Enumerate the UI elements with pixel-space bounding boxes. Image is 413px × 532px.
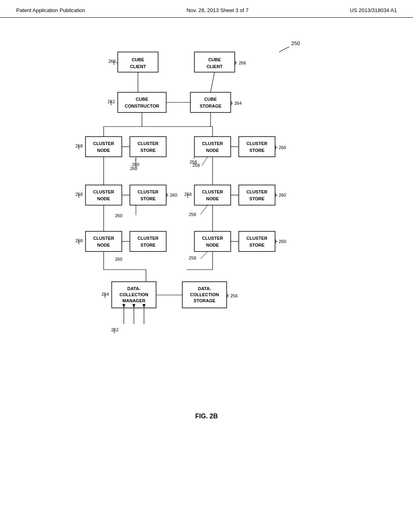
- cube-storage-label2: STORAGE: [200, 104, 221, 108]
- ref-260-3: 260: [170, 193, 177, 197]
- cluster-node-3-label: CLUSTER: [93, 189, 114, 194]
- cluster-node-2-label: CLUSTER: [202, 141, 223, 146]
- ref-264: 264: [234, 101, 242, 106]
- cluster-node-6-box: [194, 231, 231, 251]
- cluster-node-4-box: [194, 185, 231, 205]
- fig-label: FIG. 2B: [195, 413, 218, 420]
- ref-266-2: 266: [239, 60, 246, 65]
- ref-260-r3: 260: [130, 166, 137, 171]
- ref-256: 256: [230, 293, 238, 298]
- ref-258-r3-note: 258: [192, 163, 200, 168]
- ref-260-r5-note: 260: [115, 257, 122, 262]
- cube-storage-label: CUBE: [204, 97, 217, 102]
- cluster-store-3-label2: STORE: [140, 196, 156, 201]
- cluster-node-6-label2: NODE: [206, 243, 219, 247]
- cube-client-right-label2: CLIENT: [206, 64, 223, 69]
- cluster-store-4-label: CLUSTER: [246, 189, 267, 194]
- cluster-node-3-box: [86, 185, 122, 205]
- cluster-node-1-box: [86, 137, 122, 157]
- cluster-store-4-box: [239, 185, 275, 205]
- cube-storage-box: [190, 92, 231, 112]
- cube-constructor-label2: CONSTRUCTOR: [125, 104, 159, 108]
- cluster-node-1-label: CLUSTER: [93, 141, 114, 146]
- cluster-node-5-label: CLUSTER: [93, 236, 114, 241]
- cluster-store-6-box: [239, 231, 275, 251]
- cluster-store-1-label2: STORE: [140, 148, 156, 153]
- cube-client-left-label2: CLIENT: [130, 64, 146, 69]
- cluster-store-1-label: CLUSTER: [138, 141, 159, 146]
- cube-client-right-label: CUBE: [208, 57, 221, 62]
- ref-260-r4-note: 260: [115, 213, 122, 218]
- cluster-node-4-label: CLUSTER: [202, 189, 223, 194]
- dc-manager-label3: MANAGER: [123, 298, 146, 303]
- ref-260-2: 260: [279, 145, 286, 150]
- cluster-store-5-label2: STORE: [140, 243, 156, 247]
- line-cc2-storage: [211, 72, 215, 92]
- header-right: US 2013/318034 A1: [350, 7, 397, 13]
- ref-258-r4-note: 258: [189, 212, 196, 217]
- header-center: Nov. 28, 2013 Sheet 3 of 7: [187, 7, 249, 13]
- cube-client-right-box: [194, 52, 235, 72]
- ref-266-1: 266: [108, 59, 116, 64]
- cluster-node-3-label2: NODE: [97, 196, 110, 201]
- cluster-store-1-box: [130, 137, 166, 157]
- cube-client-left-box: [118, 52, 158, 72]
- page-header: Patent Application Publication Nov. 28, …: [0, 0, 413, 18]
- dc-storage-label1: DATA-: [198, 286, 211, 291]
- dc-manager-label1: DATA-: [127, 286, 141, 291]
- cluster-store-5-box: [130, 231, 166, 251]
- cluster-store-3-box: [130, 185, 166, 205]
- ref-250: 250: [291, 40, 300, 46]
- dc-storage-label2: COLLECTION: [190, 292, 219, 297]
- cluster-node-6-label: CLUSTER: [202, 236, 223, 241]
- cluster-store-2-label: CLUSTER: [246, 141, 267, 146]
- cluster-store-6-label: CLUSTER: [246, 236, 267, 241]
- ref-260-4: 260: [279, 193, 286, 197]
- cluster-node-5-box: [86, 231, 122, 251]
- cluster-node-5-label2: NODE: [97, 243, 110, 247]
- header-left: Patent Application Publication: [16, 7, 85, 13]
- dc-storage-label3: STORAGE: [194, 298, 215, 303]
- cluster-node-2-label2: NODE: [206, 148, 219, 153]
- cluster-node-1-label2: NODE: [97, 148, 110, 153]
- cluster-node-4-label2: NODE: [206, 196, 219, 201]
- cluster-store-3-label: CLUSTER: [138, 189, 159, 194]
- ref-258-r5-note: 258: [189, 256, 196, 260]
- cube-client-left-label: CUBE: [131, 57, 144, 62]
- ref-260-6: 260: [279, 239, 286, 244]
- cluster-store-2-box: [239, 137, 275, 157]
- cluster-store-4-label2: STORE: [249, 196, 265, 201]
- cube-constructor-box: [118, 92, 166, 112]
- cube-constructor-label: CUBE: [136, 97, 148, 102]
- cluster-store-2-label2: STORE: [249, 148, 265, 153]
- cluster-store-5-label: CLUSTER: [138, 236, 159, 241]
- dc-manager-label2: COLLECTION: [119, 292, 148, 297]
- diagram-svg: 250 CUBE CLIENT 266 CUBE CLIENT 266 CUBE…: [49, 34, 364, 405]
- cluster-node-2-box: [194, 137, 231, 157]
- diagram-container: 250 CUBE CLIENT 266 CUBE CLIENT 266 CUBE…: [0, 18, 413, 436]
- cluster-store-6-label2: STORE: [249, 243, 265, 247]
